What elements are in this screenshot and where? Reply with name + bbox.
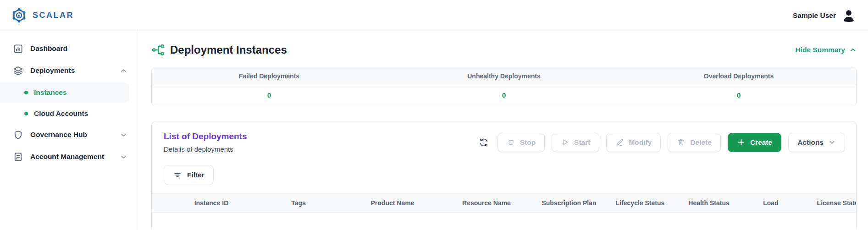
create-button[interactable]: Create [728, 133, 781, 152]
start-button[interactable]: Start [552, 133, 599, 152]
hierarchy-icon [151, 43, 165, 57]
refresh-icon [479, 137, 489, 148]
user-menu[interactable]: Sample User [793, 8, 856, 23]
shield-icon [13, 130, 23, 140]
chevron-up-icon [849, 46, 857, 54]
chevron-down-icon [828, 138, 836, 146]
filter-button[interactable]: Filter [164, 165, 214, 185]
summary-value-failed: 0 [152, 85, 387, 106]
stop-button[interactable]: Stop [498, 133, 545, 152]
summary-col-overload: Overload Deployments [621, 67, 856, 85]
table-header-row: Instance ID Tags Product Name Resource N… [152, 193, 856, 213]
green-dot-icon [24, 112, 28, 115]
document-lines-icon [13, 152, 23, 162]
modify-button[interactable]: Modify [606, 133, 661, 152]
scalar-logo-icon [11, 7, 27, 23]
table-header: Subscription Plan [532, 193, 606, 213]
create-label: Create [750, 138, 772, 147]
page-title: Deployment Instances [170, 44, 287, 56]
table-header: Resource Name [441, 193, 532, 213]
trash-icon [677, 138, 686, 147]
stop-label: Stop [520, 138, 536, 147]
top-bar: SCALAR Sample User [0, 0, 868, 31]
summary-col-unhealthy: Unhealthy Deployments [387, 67, 621, 85]
start-label: Start [574, 138, 590, 147]
layers-icon [13, 66, 23, 76]
deployments-card: List of Deployments Details of deploymen… [151, 121, 857, 229]
dashboard-chart-icon [13, 44, 23, 54]
chevron-down-icon [120, 131, 127, 139]
sidebar-item-cloud-accounts[interactable]: Cloud Accounts [0, 104, 136, 124]
sidebar: Dashboard Deployments Instances Cloud Ac… [0, 31, 136, 230]
summary-strip: Failed Deployments Unhealthy Deployments… [151, 67, 857, 106]
sidebar-item-dashboard[interactable]: Dashboard [0, 38, 136, 59]
sidebar-subitem-label: Cloud Accounts [34, 110, 88, 118]
brand-name: SCALAR [33, 11, 74, 20]
sidebar-item-instances[interactable]: Instances [0, 82, 129, 103]
sidebar-item-deployments[interactable]: Deployments [0, 60, 136, 81]
summary-value-overload: 0 [621, 85, 856, 106]
sidebar-item-label: Deployments [30, 66, 75, 75]
sidebar-item-label: Governance Hub [30, 131, 87, 139]
refresh-button[interactable] [477, 136, 491, 149]
stop-icon [507, 138, 515, 147]
modify-label: Modify [629, 138, 652, 147]
filter-lines-icon [173, 170, 182, 180]
main-content: Deployment Instances Hide Summary Failed… [136, 31, 868, 230]
chevron-up-icon [120, 67, 127, 75]
sidebar-item-label: Account Management [30, 153, 104, 161]
pen-icon [615, 138, 624, 147]
table-header-select [152, 193, 170, 213]
actions-label: Actions [797, 138, 824, 147]
card-subtitle: Details of deployments [164, 145, 247, 153]
play-icon [561, 138, 569, 147]
summary-value-unhealthy: 0 [387, 85, 621, 106]
user-name: Sample User [793, 11, 836, 20]
plus-icon [737, 138, 746, 147]
green-dot-icon [24, 91, 28, 94]
sidebar-item-label: Dashboard [30, 44, 67, 53]
deployments-table: Instance ID Tags Product Name Resource N… [152, 193, 856, 213]
hide-summary-label: Hide Summary [795, 46, 845, 54]
table-header: Lifecycle Status [606, 193, 674, 213]
chevron-down-icon [120, 153, 127, 161]
user-avatar-icon[interactable] [841, 8, 856, 23]
hide-summary-toggle[interactable]: Hide Summary [795, 46, 857, 54]
sidebar-item-governance-hub[interactable]: Governance Hub [0, 125, 136, 145]
summary-col-failed: Failed Deployments [152, 67, 387, 85]
delete-label: Delete [690, 138, 712, 147]
sidebar-item-account-management[interactable]: Account Management [0, 147, 136, 167]
actions-dropdown-button[interactable]: Actions [788, 133, 845, 152]
table-header: Tags [253, 193, 344, 213]
table-header: Load [743, 193, 798, 213]
table-header: Instance ID [170, 193, 253, 213]
sidebar-subitem-label: Instances [34, 88, 67, 97]
brand: SCALAR [11, 7, 74, 23]
card-title: List of Deployments [164, 131, 247, 142]
toolbar: Stop Start [477, 133, 845, 152]
filter-label: Filter [187, 171, 205, 179]
table-header: License Status [798, 193, 856, 213]
delete-button[interactable]: Delete [668, 133, 721, 152]
table-header: Product Name [344, 193, 441, 213]
table-header: Health Status [674, 193, 743, 213]
